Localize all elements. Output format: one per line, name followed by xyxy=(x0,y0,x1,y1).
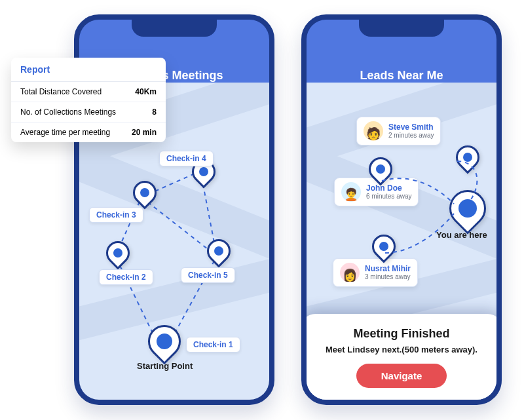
avatar-icon: 🧑 xyxy=(364,121,383,141)
pin-lead[interactable] xyxy=(451,141,485,174)
phone-notch xyxy=(132,18,217,37)
sheet-heading: Meeting Finished xyxy=(313,327,490,341)
navigate-button[interactable]: Navigate xyxy=(356,364,447,388)
pin-starting-point[interactable] xyxy=(141,318,188,365)
starting-point-label: Starting Point xyxy=(137,361,193,371)
report-title: Report xyxy=(11,58,166,82)
report-row: No. of Collections Meetings 8 xyxy=(11,102,166,123)
avatar-icon: 🧑‍🦱 xyxy=(341,182,361,202)
report-row: Average time per meeting 20 min xyxy=(11,123,166,142)
report-card: Report Total Distance Covered 40Km No. o… xyxy=(11,58,166,142)
checkin-1-chip[interactable]: Check-in 1 xyxy=(186,337,240,353)
lead-card[interactable]: 🧑 Steve Smith 2 minutes away xyxy=(356,117,441,145)
avatar-icon: 👩 xyxy=(340,263,360,282)
you-are-here-label: You are here xyxy=(436,230,487,240)
checkin-2-chip[interactable]: Check-in 2 xyxy=(99,269,153,285)
lead-card[interactable]: 👩 Nusrat Mihir 3 minutes away xyxy=(333,258,418,287)
sheet-subline: Meet Lindsey next.(500 meters away). xyxy=(313,345,490,354)
phone-notch xyxy=(359,18,444,37)
report-row: Total Distance Covered 40Km xyxy=(11,82,166,102)
checkin-5-chip[interactable]: Check-in 5 xyxy=(181,267,235,283)
pin-checkin-2[interactable] xyxy=(102,237,135,270)
checkin-3-chip[interactable]: Check-in 3 xyxy=(89,207,143,223)
bottom-sheet: Meeting Finished Meet Lindsey next.(500 … xyxy=(301,314,502,405)
phone-leads-near-me: Leads Near Me 🧑 Steve Smith 2 minutes aw… xyxy=(301,14,502,405)
checkin-4-chip[interactable]: Check-in 4 xyxy=(159,151,214,166)
